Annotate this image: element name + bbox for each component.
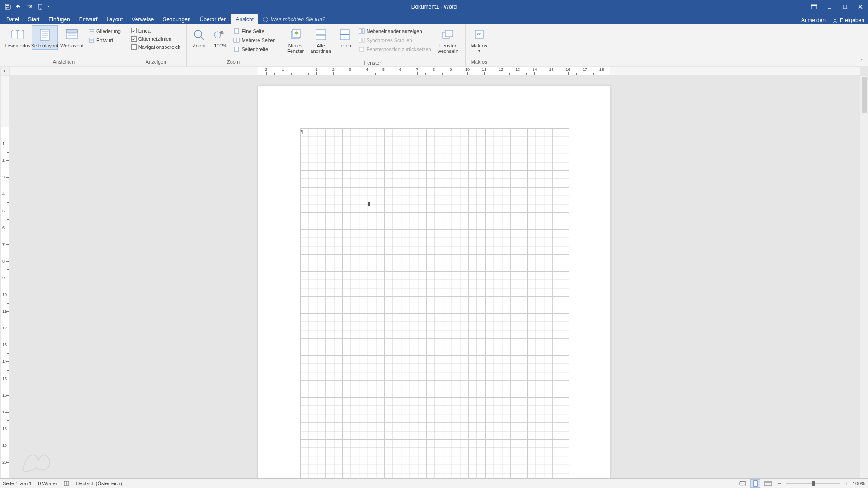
tab-sendungen[interactable]: Sendungen [158,14,195,24]
zoom-out-button[interactable]: − [776,480,783,487]
neues-fenster-button[interactable]: ✶ Neues Fenster [284,25,307,55]
weblayout-button[interactable]: Weblayout [59,25,85,50]
teilen-button[interactable]: Teilen [335,25,355,50]
page[interactable]: ¶ [258,86,610,478]
synchrones-scrollen-button: Synchrones Scrollen [356,36,434,44]
seitenbreite-button[interactable]: Seitenbreite [231,45,278,53]
document-area[interactable]: ¶ [10,76,860,478]
zoom-button[interactable]: Zoom [189,25,209,50]
zoom-slider[interactable] [786,483,840,484]
page-width-icon [233,46,240,52]
gitternetzlinien-checkbox[interactable]: ✓ Gitternetzlinien [129,35,183,42]
svg-rect-45 [359,38,361,42]
lesemodus-label: Lesemodus [5,43,31,48]
proofing-button[interactable] [63,480,70,487]
close-icon[interactable] [853,0,868,14]
ribbon-display-options-icon[interactable] [807,0,822,14]
seitenlayout-button[interactable]: Seitenlayout [32,25,58,50]
web-layout-view-button[interactable] [763,479,773,488]
undo-icon[interactable] [14,2,24,12]
zoom-icon [192,28,206,42]
svg-point-11 [834,19,836,20]
touch-mode-icon[interactable] [35,2,45,12]
svg-rect-13 [40,29,49,40]
tab-verweise[interactable]: Verweise [127,14,158,24]
hundred-percent-button[interactable]: % 100% [210,25,230,50]
tab-ansicht[interactable]: Ansicht [231,14,258,24]
read-mode-view-button[interactable] [738,479,748,488]
insert-indicator-icon [368,202,374,206]
vertical-ruler[interactable]: 1234567891011121314151617181920 [1,76,9,478]
tab-layout[interactable]: Layout [102,14,127,24]
eine-seite-button[interactable]: Eine Seite [231,27,278,35]
svg-rect-40 [316,35,326,40]
minimize-icon[interactable] [822,0,837,14]
split-icon [338,28,352,42]
svg-rect-25 [89,38,94,42]
page-indicator[interactable]: Seite 1 von 1 [3,481,32,486]
tell-me-search[interactable]: Was möchten Sie tun? [258,14,330,24]
gliederung-button[interactable]: Gliederung [86,27,123,35]
horizontal-ruler[interactable]: 21123456789101112131415161718 [10,67,860,75]
svg-rect-8 [843,5,847,9]
nebeneinander-button[interactable]: Nebeneinander anzeigen [356,27,434,35]
nav-label: Navigationsbereich [138,44,181,50]
fenster-wechseln-button[interactable]: Fenster wechseln ▾ [434,25,462,60]
redo-icon[interactable] [24,2,34,12]
svg-rect-44 [362,29,364,33]
entwurf-label: Entwurf [96,38,113,43]
signin-link[interactable]: Anmelden [801,17,826,23]
chevron-down-icon: ▾ [447,55,449,59]
lightbulb-icon [263,17,268,22]
svg-rect-1 [6,7,9,9]
zoom-in-button[interactable]: + [843,480,850,487]
word-count[interactable]: 0 Wörter [38,481,57,486]
scrollbar-thumb[interactable] [862,77,867,113]
macros-icon [472,28,486,42]
share-button[interactable]: Freigeben [832,17,864,23]
vertical-scrollbar[interactable] [860,76,868,478]
save-icon[interactable] [3,2,13,12]
language-indicator[interactable]: Deutsch (Österreich) [76,481,122,486]
collapse-ribbon-icon[interactable]: ˆ [858,57,865,65]
tab-entwurf[interactable]: Entwurf [75,14,102,24]
tab-einfuegen[interactable]: Einfügen [44,14,74,24]
chevron-down-icon: ▾ [478,49,480,53]
group-makros: Makros ▾ Makros [466,24,495,66]
svg-rect-47 [359,47,364,51]
entwurf-button[interactable]: Entwurf [86,36,123,44]
zoom-slider-knob[interactable] [812,481,815,486]
lineal-checkbox[interactable]: ✓ Lineal [129,27,183,34]
group-zoom-label: Zoom [189,59,278,66]
mehrere-seiten-button[interactable]: Mehrere Seiten [231,36,278,44]
svg-rect-35 [235,47,238,52]
outline-icon [88,28,94,34]
maximize-icon[interactable] [837,0,853,14]
print-layout-icon [38,28,52,42]
group-ansichten-label: Ansichten [5,59,123,66]
svg-rect-54 [765,481,771,486]
alle-anordnen-button[interactable]: Alle anordnen [308,25,334,55]
qat-customize-icon[interactable] [46,2,52,12]
lesemodus-button[interactable]: Lesemodus [5,25,31,50]
print-layout-view-button[interactable] [750,479,760,488]
navigationsbereich-checkbox[interactable]: Navigationsbereich [129,43,183,51]
nebeneinander-label: Nebeneinander anzeigen [367,28,422,34]
new-window-icon: ✶ [288,28,303,42]
checkbox-icon: ✓ [131,36,137,42]
svg-rect-46 [362,38,364,42]
tab-selector[interactable]: L [1,67,9,75]
tab-file[interactable]: Datei [2,14,24,24]
svg-text:%: % [220,30,224,35]
gliederung-label: Gliederung [96,28,121,34]
teilen-label: Teilen [338,43,351,48]
tab-start[interactable]: Start [24,14,44,24]
makros-button[interactable]: Makros ▾ [467,25,491,55]
makros-label: Makros [471,43,487,48]
svg-rect-19 [66,30,77,32]
svg-rect-34 [237,38,239,42]
svg-rect-43 [359,29,361,33]
tab-ueberpruefen[interactable]: Überprüfen [195,14,231,24]
zoom-level[interactable]: 100% [853,481,865,486]
ribbon: Lesemodus Seitenlayout Weblayout [0,24,868,66]
